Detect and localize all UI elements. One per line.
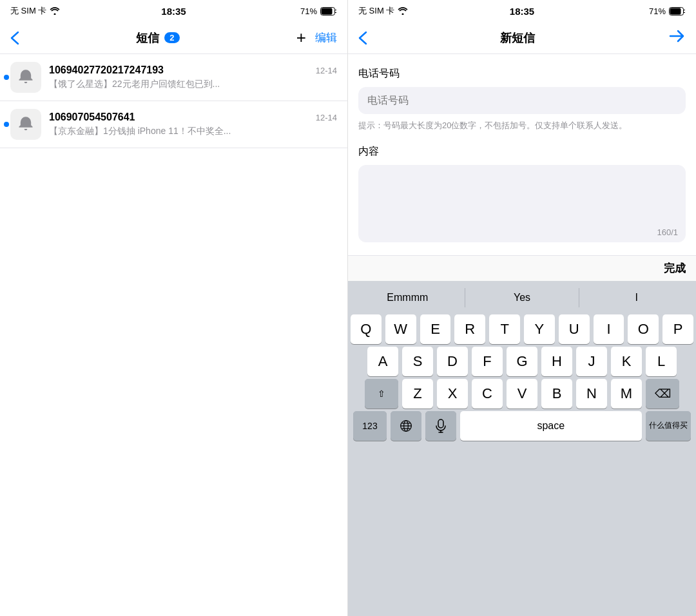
- key-j[interactable]: J: [576, 347, 607, 376]
- key-k[interactable]: K: [611, 347, 642, 376]
- keyboard-row-1: Q W E R T Y U I O P: [351, 314, 693, 344]
- right-time: 18:35: [510, 6, 534, 17]
- compose-button[interactable]: +: [296, 28, 306, 48]
- done-bar: 完成: [348, 255, 696, 281]
- back-button[interactable]: [10, 31, 19, 45]
- list-item[interactable]: 10694027720217247193 12-14 【饿了么星选】22元老用户…: [0, 54, 347, 101]
- svg-rect-5: [670, 8, 681, 14]
- nav-title-group: 短信 2: [136, 30, 179, 46]
- space-key[interactable]: space: [460, 411, 642, 441]
- globe-key[interactable]: [391, 411, 421, 441]
- key-l[interactable]: L: [646, 347, 677, 376]
- mic-icon: [436, 419, 446, 433]
- key-f[interactable]: F: [472, 347, 503, 376]
- avatar: [10, 62, 41, 93]
- right-status-bar: 无 SIM 卡 18:35 71%: [348, 0, 696, 22]
- right-battery-group: 71%: [649, 6, 686, 16]
- content-textarea-wrap: 160/1: [358, 165, 686, 242]
- keyboard-row-4: 123 space 什么值得买: [351, 411, 693, 441]
- globe-icon: [400, 419, 412, 432]
- delete-key[interactable]: ⌫: [646, 379, 679, 409]
- list-item[interactable]: 106907054507641 12-14 【京东金融】1分钱抽 iPhone …: [0, 101, 347, 148]
- keyboard-row-2: A S D F G H J K L: [351, 347, 693, 376]
- key-x[interactable]: X: [437, 379, 468, 409]
- compose-area: 电话号码 提示：号码最大长度为20位数字，不包括加号。仅支持单个联系人发送。 内…: [348, 54, 696, 255]
- left-status-bar: 无 SIM 卡 18:35 71%: [0, 0, 347, 22]
- svg-rect-13: [438, 419, 443, 428]
- phone-input[interactable]: [367, 95, 677, 106]
- autocomplete-yes[interactable]: Yes: [465, 288, 580, 307]
- char-count: 160/1: [657, 227, 678, 237]
- right-carrier-text: 无 SIM 卡: [358, 5, 394, 17]
- battery-icon: [669, 7, 686, 15]
- keyboard: Emmmm Yes I Q W E R T Y U I O P A S D F …: [348, 281, 696, 617]
- key-h[interactable]: H: [541, 347, 572, 376]
- message-content: 10694027720217247193 12-14 【饿了么星选】22元老用户…: [49, 64, 337, 90]
- battery-icon: [320, 7, 337, 15]
- key-c[interactable]: C: [472, 379, 503, 409]
- phone-input-wrap: [358, 87, 686, 114]
- message-sender: 10694027720217247193: [49, 64, 164, 76]
- left-time: 18:35: [161, 6, 186, 17]
- done-button[interactable]: 完成: [664, 261, 686, 276]
- num-key[interactable]: 123: [353, 411, 387, 441]
- wifi-icon: [50, 7, 60, 15]
- left-battery-text: 71%: [300, 6, 317, 16]
- key-v[interactable]: V: [507, 379, 537, 409]
- key-a[interactable]: A: [367, 347, 398, 376]
- key-t[interactable]: T: [489, 314, 520, 344]
- content-textarea[interactable]: [367, 173, 677, 231]
- left-battery-group: 71%: [300, 6, 337, 16]
- mic-key[interactable]: [425, 411, 456, 441]
- right-battery-text: 71%: [649, 6, 666, 16]
- shift-key[interactable]: ⇧: [365, 379, 398, 409]
- key-p[interactable]: P: [662, 314, 693, 344]
- key-m[interactable]: M: [611, 379, 642, 409]
- avatar: [10, 109, 41, 140]
- message-sender: 106907054507641: [49, 111, 135, 123]
- edit-button[interactable]: 编辑: [315, 30, 337, 45]
- key-n[interactable]: N: [576, 379, 607, 409]
- right-nav-bar: 新短信: [348, 22, 696, 54]
- phone-label: 电话号码: [358, 67, 686, 81]
- key-r[interactable]: R: [454, 314, 485, 344]
- return-key[interactable]: 什么值得买: [646, 411, 691, 441]
- message-list: 10694027720217247193 12-14 【饿了么星选】22元老用户…: [0, 54, 347, 616]
- left-carrier-text: 无 SIM 卡: [10, 5, 46, 17]
- left-nav-bar: 短信 2 + 编辑: [0, 22, 347, 54]
- content-label: 内容: [358, 145, 686, 159]
- keyboard-row-3: ⇧ Z X C V B N M ⌫: [351, 379, 693, 409]
- message-preview: 【京东金融】1分钱抽 iPhone 11！不中奖全...: [49, 126, 337, 137]
- key-e[interactable]: E: [420, 314, 451, 344]
- bell-icon: [17, 68, 35, 86]
- left-carrier: 无 SIM 卡: [10, 5, 60, 17]
- autocomplete-bar: Emmmm Yes I: [351, 285, 693, 311]
- key-b[interactable]: B: [541, 379, 572, 409]
- message-header: 106907054507641 12-14: [49, 111, 337, 123]
- key-q[interactable]: Q: [351, 314, 382, 344]
- hint-text: 提示：号码最大长度为20位数字，不包括加号。仅支持单个联系人发送。: [358, 119, 686, 132]
- right-carrier: 无 SIM 卡: [358, 5, 408, 17]
- key-z[interactable]: Z: [402, 379, 433, 409]
- key-d[interactable]: D: [437, 347, 468, 376]
- key-s[interactable]: S: [402, 347, 433, 376]
- autocomplete-emmmm[interactable]: Emmmm: [351, 288, 465, 307]
- key-i[interactable]: I: [594, 314, 624, 344]
- svg-rect-1: [322, 8, 333, 14]
- unread-dot: [4, 122, 9, 127]
- key-g[interactable]: G: [507, 347, 537, 376]
- unread-badge: 2: [164, 32, 179, 43]
- unread-dot: [4, 75, 9, 80]
- key-u[interactable]: U: [559, 314, 590, 344]
- right-back-button[interactable]: [358, 31, 367, 45]
- wifi-icon: [398, 7, 408, 15]
- right-panel: 无 SIM 卡 18:35 71% 新短信: [348, 0, 696, 616]
- message-header: 10694027720217247193 12-14: [49, 64, 337, 76]
- key-y[interactable]: Y: [524, 314, 555, 344]
- autocomplete-i[interactable]: I: [579, 288, 693, 307]
- left-panel: 无 SIM 卡 18:35 71% 短信: [0, 0, 348, 616]
- message-time: 12-14: [316, 66, 337, 75]
- key-w[interactable]: W: [385, 314, 416, 344]
- send-button[interactable]: [668, 28, 686, 48]
- key-o[interactable]: O: [628, 314, 659, 344]
